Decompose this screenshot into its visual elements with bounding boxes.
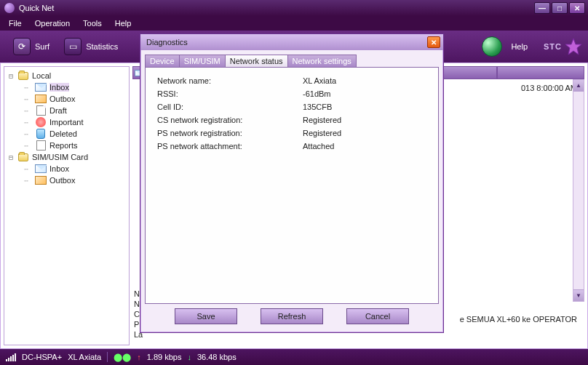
star-icon	[565, 38, 582, 55]
tab-network-settings[interactable]: Network settings	[287, 55, 357, 67]
status-bar: DC-HSPA+ XL Axiata ⬤⬤ ↑ 1.89 kbps ↓ 36.4…	[0, 349, 588, 365]
diagnostics-dialog: Diagnostics ✕ Device SIM/USIM Network st…	[140, 33, 444, 333]
field-cs-reg-value: Registered	[303, 116, 341, 124]
status-upload: 1.89 kbps	[147, 353, 182, 361]
surf-button[interactable]: ⟳ Surf	[6, 35, 57, 58]
svg-marker-0	[565, 39, 581, 55]
scroll-up-icon[interactable]: ▲	[573, 80, 584, 92]
dialog-body: Network name:XL Axiata RSSI:-61dBm Cell …	[145, 67, 439, 304]
help-label: Help	[511, 42, 528, 51]
trash-icon	[35, 129, 47, 139]
status-operator: XL Axiata	[68, 353, 101, 361]
field-rssi-label: RSSI:	[157, 89, 303, 98]
menu-tools[interactable]: Tools	[77, 17, 108, 29]
dialog-title: Diagnostics	[146, 38, 427, 47]
field-ps-reg-value: Registered	[303, 129, 341, 137]
inbox-icon	[35, 164, 47, 174]
menu-file[interactable]: File	[3, 17, 28, 29]
dialog-tabs: Device SIM/USIM Network status Network s…	[145, 55, 439, 67]
inbox-icon	[35, 82, 47, 92]
collapse-icon[interactable]: ⊟	[7, 153, 15, 161]
cancel-button[interactable]: Cancel	[346, 308, 409, 324]
brand-logo: STC	[544, 38, 582, 55]
report-icon	[35, 140, 47, 151]
tree-local-label: Local	[32, 71, 51, 80]
tree-local[interactable]: ⊟ Local	[6, 70, 127, 81]
status-mode: DC-HSPA+	[22, 353, 62, 361]
important-icon	[35, 117, 47, 127]
tab-network-status[interactable]: Network status	[225, 55, 288, 67]
field-network-name-value: XL Axiata	[303, 76, 336, 85]
draft-icon	[35, 105, 47, 116]
tab-device[interactable]: Device	[145, 55, 180, 67]
globe-icon	[482, 36, 502, 57]
tree-local-deleted[interactable]: ⋯Deleted	[6, 128, 127, 140]
field-cell-id-label: Cell ID:	[157, 103, 303, 111]
field-ps-attach-label: PS network attachment:	[157, 142, 303, 151]
tree-sim-inbox[interactable]: ⋯Inbox	[6, 163, 127, 175]
upload-icon: ↑	[137, 353, 141, 361]
field-rssi-value: -61dBm	[303, 89, 331, 98]
signal-icon	[6, 353, 16, 361]
field-cell-id-value: 135CFB	[303, 103, 332, 111]
separator	[107, 352, 108, 362]
maximize-button[interactable]: □	[552, 2, 568, 14]
help-button[interactable]: Help	[474, 33, 535, 60]
tree-local-inbox[interactable]: ⋯Inbox	[6, 81, 127, 93]
tree-local-draft[interactable]: ⋯Draft	[6, 105, 127, 116]
dialog-close-button[interactable]: ✕	[427, 36, 440, 48]
save-button[interactable]: Save	[175, 308, 237, 324]
window-title: Quick Net	[19, 4, 533, 12]
brand-text: STC	[544, 42, 562, 51]
minimize-button[interactable]: ―	[534, 2, 550, 14]
scroll-down-icon[interactable]: ▼	[573, 289, 584, 301]
tree-local-reports[interactable]: ⋯Reports	[6, 140, 127, 151]
window-titlebar: Quick Net ― □ ✕	[0, 0, 588, 16]
field-network-name-label: Network name:	[157, 76, 303, 85]
tree-local-outbox[interactable]: ⋯Outbox	[6, 93, 127, 105]
field-cs-reg-label: CS network registration:	[157, 116, 303, 124]
close-button[interactable]: ✕	[569, 2, 585, 14]
tree-sim-outbox[interactable]: ⋯Outbox	[6, 175, 127, 186]
vertical-scrollbar[interactable]: ▲ ▼	[573, 79, 584, 302]
tab-sim-usim[interactable]: SIM/USIM	[179, 55, 226, 67]
tree-local-important[interactable]: ⋯Important	[6, 116, 127, 128]
folder-tree: ⊟ Local ⋯Inbox ⋯Outbox ⋯Draft ⋯Important…	[4, 66, 130, 345]
collapse-icon[interactable]: ⊟	[7, 72, 15, 80]
tree-sim-label: SIM/USIM Card	[32, 153, 88, 161]
field-ps-attach-value: Attached	[303, 142, 334, 151]
network-icon: ⬤⬤	[114, 353, 131, 362]
dialog-button-row: Save Refresh Cancel	[140, 308, 443, 332]
surf-label: Surf	[35, 42, 49, 51]
folder-icon	[17, 71, 29, 81]
refresh-button[interactable]: Refresh	[261, 308, 323, 324]
chart-icon: ▭	[64, 38, 82, 55]
field-ps-reg-label: PS network registration:	[157, 129, 303, 137]
app-icon	[4, 3, 15, 13]
menu-operation[interactable]: Operation	[29, 17, 76, 29]
folder-icon	[17, 152, 29, 162]
tree-sim[interactable]: ⊟ SIM/USIM Card	[6, 151, 127, 163]
outbox-icon	[35, 175, 47, 185]
menu-bar: File Operation Tools Help	[0, 16, 588, 31]
outbox-icon	[35, 94, 47, 104]
column-header-date[interactable]	[497, 66, 584, 79]
refresh-icon: ⟳	[13, 38, 31, 55]
download-icon: ↓	[187, 353, 191, 361]
message-row-date[interactable]: 013 8:00:00 AM	[521, 84, 577, 92]
status-download: 36.48 kbps	[197, 353, 237, 361]
menu-help[interactable]: Help	[109, 17, 138, 29]
statistics-label: Statistics	[86, 42, 118, 51]
preview-text: e SEMUA XL+60 ke OPERATOR	[460, 315, 577, 324]
statistics-button[interactable]: ▭ Statistics	[57, 35, 125, 58]
dialog-titlebar[interactable]: Diagnostics ✕	[140, 34, 443, 50]
